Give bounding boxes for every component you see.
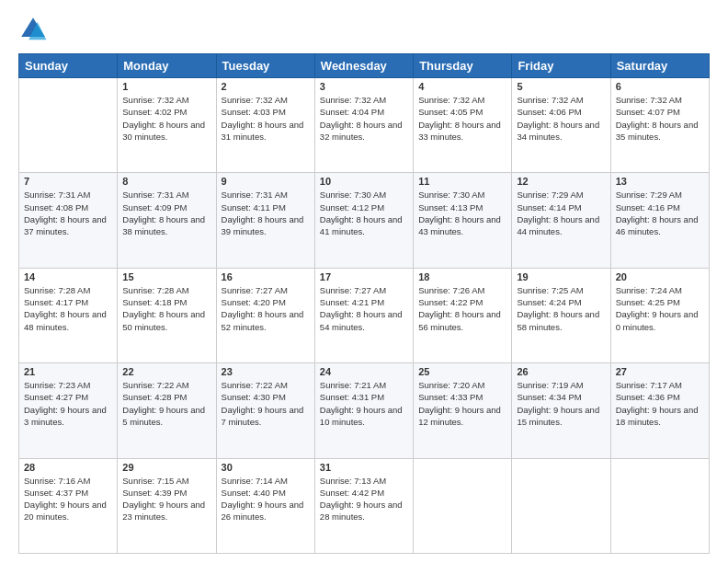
day-cell: 30Sunrise: 7:14 AMSunset: 4:40 PMDayligh… — [216, 458, 314, 553]
day-info: Sunrise: 7:15 AMSunset: 4:39 PMDaylight:… — [122, 475, 210, 523]
day-cell: 28Sunrise: 7:16 AMSunset: 4:37 PMDayligh… — [19, 458, 118, 553]
day-cell — [414, 458, 512, 553]
day-cell: 16Sunrise: 7:27 AMSunset: 4:20 PMDayligh… — [216, 268, 314, 362]
day-info: Sunrise: 7:32 AMSunset: 4:07 PMDaylight:… — [616, 94, 704, 143]
header — [18, 15, 710, 44]
day-cell: 6Sunrise: 7:32 AMSunset: 4:07 PMDaylight… — [610, 78, 709, 173]
col-saturday: Saturday — [610, 54, 709, 78]
day-cell: 26Sunrise: 7:19 AMSunset: 4:34 PMDayligh… — [512, 363, 610, 458]
day-cell: 20Sunrise: 7:24 AMSunset: 4:25 PMDayligh… — [610, 268, 709, 362]
page: Sunday Monday Tuesday Wednesday Thursday… — [0, 0, 728, 563]
day-info: Sunrise: 7:22 AMSunset: 4:28 PMDaylight:… — [122, 379, 210, 428]
day-cell: 27Sunrise: 7:17 AMSunset: 4:36 PMDayligh… — [610, 363, 709, 458]
day-number: 2 — [222, 81, 310, 92]
day-number: 20 — [616, 271, 704, 282]
day-number: 25 — [418, 366, 506, 377]
day-cell: 19Sunrise: 7:25 AMSunset: 4:24 PMDayligh… — [512, 268, 610, 362]
day-number: 21 — [24, 366, 112, 377]
day-number: 13 — [616, 176, 704, 187]
day-number: 5 — [517, 81, 605, 92]
day-info: Sunrise: 7:31 AMSunset: 4:09 PMDaylight:… — [122, 189, 210, 237]
day-cell: 12Sunrise: 7:29 AMSunset: 4:14 PMDayligh… — [512, 173, 610, 268]
day-cell: 13Sunrise: 7:29 AMSunset: 4:16 PMDayligh… — [610, 173, 709, 268]
day-cell: 11Sunrise: 7:30 AMSunset: 4:13 PMDayligh… — [414, 173, 512, 268]
day-cell: 3Sunrise: 7:32 AMSunset: 4:04 PMDaylight… — [314, 78, 413, 173]
logo-icon — [18, 15, 48, 44]
day-info: Sunrise: 7:31 AMSunset: 4:11 PMDaylight:… — [222, 189, 310, 237]
day-cell: 25Sunrise: 7:20 AMSunset: 4:33 PMDayligh… — [414, 363, 512, 458]
col-wednesday: Wednesday — [314, 54, 413, 78]
day-cell: 10Sunrise: 7:30 AMSunset: 4:12 PMDayligh… — [314, 173, 413, 268]
col-thursday: Thursday — [414, 54, 512, 78]
day-number: 14 — [24, 271, 112, 282]
week-row-4: 28Sunrise: 7:16 AMSunset: 4:37 PMDayligh… — [19, 458, 710, 553]
day-cell: 1Sunrise: 7:32 AMSunset: 4:02 PMDaylight… — [118, 78, 216, 173]
day-cell: 2Sunrise: 7:32 AMSunset: 4:03 PMDaylight… — [216, 78, 314, 173]
day-info: Sunrise: 7:32 AMSunset: 4:05 PMDaylight:… — [418, 94, 506, 143]
day-info: Sunrise: 7:14 AMSunset: 4:40 PMDaylight:… — [222, 475, 310, 523]
day-info: Sunrise: 7:20 AMSunset: 4:33 PMDaylight:… — [418, 379, 506, 428]
day-info: Sunrise: 7:29 AMSunset: 4:16 PMDaylight:… — [616, 189, 704, 237]
day-cell: 4Sunrise: 7:32 AMSunset: 4:05 PMDaylight… — [414, 78, 512, 173]
day-cell: 8Sunrise: 7:31 AMSunset: 4:09 PMDaylight… — [118, 173, 216, 268]
day-cell — [19, 78, 118, 173]
day-number: 11 — [418, 176, 506, 187]
col-friday: Friday — [512, 54, 610, 78]
day-info: Sunrise: 7:19 AMSunset: 4:34 PMDaylight:… — [517, 379, 605, 428]
day-cell: 9Sunrise: 7:31 AMSunset: 4:11 PMDaylight… — [216, 173, 314, 268]
day-info: Sunrise: 7:28 AMSunset: 4:17 PMDaylight:… — [24, 284, 112, 333]
col-tuesday: Tuesday — [216, 54, 314, 78]
day-info: Sunrise: 7:29 AMSunset: 4:14 PMDaylight:… — [517, 189, 605, 237]
day-number: 18 — [418, 271, 506, 282]
header-row: Sunday Monday Tuesday Wednesday Thursday… — [19, 54, 710, 78]
week-row-0: 1Sunrise: 7:32 AMSunset: 4:02 PMDaylight… — [19, 78, 710, 173]
day-cell — [512, 458, 610, 553]
day-number: 8 — [122, 176, 210, 187]
day-cell: 7Sunrise: 7:31 AMSunset: 4:08 PMDaylight… — [19, 173, 118, 268]
day-cell: 23Sunrise: 7:22 AMSunset: 4:30 PMDayligh… — [216, 363, 314, 458]
col-sunday: Sunday — [19, 54, 118, 78]
day-info: Sunrise: 7:17 AMSunset: 4:36 PMDaylight:… — [616, 379, 704, 428]
day-number: 9 — [222, 176, 310, 187]
day-number: 30 — [222, 462, 310, 473]
day-info: Sunrise: 7:32 AMSunset: 4:04 PMDaylight:… — [320, 94, 408, 143]
day-number: 27 — [616, 366, 704, 377]
day-info: Sunrise: 7:16 AMSunset: 4:37 PMDaylight:… — [24, 475, 112, 523]
day-info: Sunrise: 7:21 AMSunset: 4:31 PMDaylight:… — [320, 379, 408, 428]
day-info: Sunrise: 7:32 AMSunset: 4:03 PMDaylight:… — [222, 94, 310, 143]
week-row-1: 7Sunrise: 7:31 AMSunset: 4:08 PMDaylight… — [19, 173, 710, 268]
day-number: 1 — [122, 81, 210, 92]
day-info: Sunrise: 7:32 AMSunset: 4:02 PMDaylight:… — [122, 94, 210, 143]
day-cell: 24Sunrise: 7:21 AMSunset: 4:31 PMDayligh… — [314, 363, 413, 458]
day-number: 23 — [222, 366, 310, 377]
day-number: 28 — [24, 462, 112, 473]
day-info: Sunrise: 7:13 AMSunset: 4:42 PMDaylight:… — [320, 475, 408, 523]
day-info: Sunrise: 7:23 AMSunset: 4:27 PMDaylight:… — [24, 379, 112, 428]
day-number: 6 — [616, 81, 704, 92]
day-number: 15 — [122, 271, 210, 282]
day-info: Sunrise: 7:31 AMSunset: 4:08 PMDaylight:… — [24, 189, 112, 237]
day-number: 24 — [320, 366, 408, 377]
day-cell — [610, 458, 709, 553]
day-number: 10 — [320, 176, 408, 187]
day-cell: 21Sunrise: 7:23 AMSunset: 4:27 PMDayligh… — [19, 363, 118, 458]
week-row-3: 21Sunrise: 7:23 AMSunset: 4:27 PMDayligh… — [19, 363, 710, 458]
day-cell: 18Sunrise: 7:26 AMSunset: 4:22 PMDayligh… — [414, 268, 512, 362]
day-number: 16 — [222, 271, 310, 282]
col-monday: Monday — [118, 54, 216, 78]
day-number: 22 — [122, 366, 210, 377]
day-cell: 15Sunrise: 7:28 AMSunset: 4:18 PMDayligh… — [118, 268, 216, 362]
day-number: 19 — [517, 271, 605, 282]
day-info: Sunrise: 7:28 AMSunset: 4:18 PMDaylight:… — [122, 284, 210, 333]
day-cell: 29Sunrise: 7:15 AMSunset: 4:39 PMDayligh… — [118, 458, 216, 553]
day-info: Sunrise: 7:22 AMSunset: 4:30 PMDaylight:… — [222, 379, 310, 428]
day-info: Sunrise: 7:24 AMSunset: 4:25 PMDaylight:… — [616, 284, 704, 333]
day-cell: 22Sunrise: 7:22 AMSunset: 4:28 PMDayligh… — [118, 363, 216, 458]
day-cell: 5Sunrise: 7:32 AMSunset: 4:06 PMDaylight… — [512, 78, 610, 173]
day-number: 17 — [320, 271, 408, 282]
calendar-table: Sunday Monday Tuesday Wednesday Thursday… — [18, 53, 710, 554]
day-info: Sunrise: 7:25 AMSunset: 4:24 PMDaylight:… — [517, 284, 605, 333]
day-number: 29 — [122, 462, 210, 473]
day-info: Sunrise: 7:27 AMSunset: 4:21 PMDaylight:… — [320, 284, 408, 333]
day-info: Sunrise: 7:32 AMSunset: 4:06 PMDaylight:… — [517, 94, 605, 143]
